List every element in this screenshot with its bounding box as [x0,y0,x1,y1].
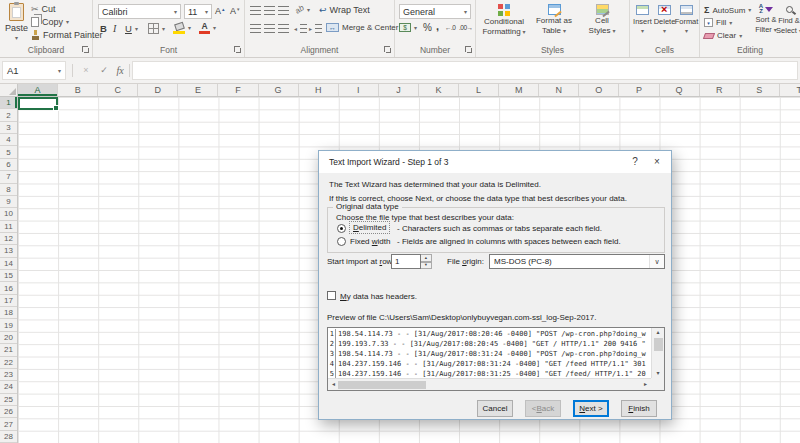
row-header-18[interactable]: 18 [0,307,17,319]
column-header-d[interactable]: D [138,84,178,96]
fill-color-button[interactable]: ▾ [173,22,191,34]
number-format-dropdown-icon[interactable]: ▾ [464,9,467,15]
comma-style-button[interactable]: , [436,22,439,30]
clipboard-dialog-launcher-icon[interactable] [82,46,89,53]
italic-button[interactable]: I [113,23,116,34]
format-as-table-button[interactable]: Format as Table▾ [531,0,577,44]
fill-dropdown-icon[interactable]: ▾ [729,20,732,26]
font-name-select[interactable]: Calibri ▾ [98,4,181,19]
next-button[interactable]: Next > [573,400,609,417]
accounting-format-button[interactable]: $ ▾ [399,23,417,32]
row-header-6[interactable]: 6 [0,159,17,171]
column-header-c[interactable]: C [98,84,138,96]
column-header-b[interactable]: B [58,84,98,96]
autosum-dropdown-icon[interactable]: ▾ [748,7,751,13]
row-header-22[interactable]: 22 [0,357,17,369]
delimited-radio-label[interactable]: Delimited [349,221,390,234]
font-size-dropdown-icon[interactable]: ▾ [205,9,208,15]
row-header-10[interactable]: 10 [0,208,17,220]
column-header-e[interactable]: E [178,84,218,96]
formula-input[interactable] [132,61,798,80]
preview-horizontal-scrollbar[interactable]: ◂ ▸ [328,378,651,390]
row-header-11[interactable]: 11 [0,221,17,233]
increase-indent-button[interactable]: ▸ [309,24,322,33]
column-header-o[interactable]: O [579,84,619,96]
enter-formula-icon[interactable]: ✓ [96,61,112,80]
delete-cells-button[interactable]: Delete ▾ [654,0,675,44]
column-header-j[interactable]: J [379,84,419,96]
my-data-has-headers-checkbox[interactable] [327,291,336,300]
select-all-corner[interactable] [0,84,18,97]
column-header-s[interactable]: S [740,84,780,96]
row-header-25[interactable]: 25 [0,394,17,406]
name-box-dropdown-icon[interactable]: ▾ [58,68,61,74]
row-header-28[interactable]: 28 [0,431,17,443]
bold-button[interactable]: B [100,23,107,34]
paste-button[interactable]: Paste ▾ [3,3,30,43]
row-header-20[interactable]: 20 [0,332,17,344]
row-header-1[interactable]: 1 [0,97,17,109]
name-box[interactable]: A1 ▾ [2,61,66,80]
insert-function-icon[interactable]: fx [112,61,128,80]
column-header-q[interactable]: Q [660,84,700,96]
file-origin-select[interactable]: MS-DOS (PC-8) ∨ [489,254,665,269]
column-header-l[interactable]: L [459,84,499,96]
scroll-up-icon[interactable]: ▴ [652,328,664,337]
cell-styles-button[interactable]: Cell Styles▾ [579,0,625,44]
format-cells-button[interactable]: Format ▾ [676,0,697,44]
row-header-12[interactable]: 12 [0,233,17,245]
cancel-formula-icon[interactable]: × [78,61,94,80]
font-size-select[interactable]: 11 ▾ [184,4,212,19]
autosum-button[interactable]: Σ AutoSum ▾ [704,5,751,15]
preview-vertical-scrollbar[interactable]: ▴ ▾ [651,328,664,378]
row-header-17[interactable]: 17 [0,295,17,307]
row-header-24[interactable]: 24 [0,381,17,393]
row-header-21[interactable]: 21 [0,344,17,356]
finish-button[interactable]: Finish [621,400,657,417]
cell-styles-dropdown-icon[interactable]: ▾ [612,28,615,34]
format-dropdown-icon[interactable]: ▾ [685,28,688,34]
decrease-font-size-button[interactable]: A▾ [230,6,240,16]
bottom-align-button[interactable] [278,6,289,15]
increase-decimal-button[interactable]: ←.0 [445,24,455,31]
insert-cells-button[interactable]: Insert ▾ [632,0,653,44]
format-as-table-dropdown-icon[interactable]: ▾ [563,28,566,34]
font-color-button[interactable]: A ▾ [199,22,216,34]
scroll-down-icon[interactable]: ▾ [652,369,664,378]
back-button[interactable]: < Back [525,400,561,417]
column-header-i[interactable]: I [339,84,379,96]
merge-center-button[interactable]: ↔ Merge & Center ▾ [326,23,404,32]
borders-button[interactable]: ▾ [148,23,165,34]
dialog-titlebar[interactable]: Text Import Wizard - Step 1 of 3 ? × [319,151,671,173]
fixed-width-radio-label[interactable]: Fixed width [350,237,390,246]
row-header-19[interactable]: 19 [0,319,17,331]
row-header-3[interactable]: 3 [0,122,17,134]
horizontal-scrollbar-thumb[interactable] [338,381,426,389]
paste-dropdown-icon[interactable]: ▾ [15,35,18,41]
conditional-formatting-dropdown-icon[interactable]: ▾ [523,29,526,35]
delete-dropdown-icon[interactable]: ▾ [663,28,666,34]
find-select-button[interactable]: Find & Select▾ [778,0,800,44]
format-painter-button[interactable]: Format Painter [31,30,103,40]
borders-dropdown-icon[interactable]: ▾ [162,26,165,32]
start-row-spinner[interactable]: ▴ ▾ [421,254,432,269]
headers-checkbox-label[interactable]: My data has headers. [340,292,417,301]
fill-color-dropdown-icon[interactable]: ▾ [188,25,191,31]
column-header-k[interactable]: K [419,84,459,96]
row-header-26[interactable]: 26 [0,406,17,418]
clear-button[interactable]: Clear ▾ [704,31,742,40]
align-left-button[interactable] [250,24,261,33]
selected-cell-a1[interactable] [18,97,58,110]
decrease-decimal-button[interactable]: .00→ [459,24,473,31]
number-dialog-launcher-icon[interactable] [465,46,472,53]
row-header-8[interactable]: 8 [0,184,17,196]
row-header-7[interactable]: 7 [0,171,17,183]
percent-style-button[interactable]: % [423,22,432,33]
column-header-a[interactable]: A [18,84,58,96]
row-header-4[interactable]: 4 [0,134,17,146]
row-header-27[interactable]: 27 [0,418,17,430]
align-right-button[interactable] [278,24,289,33]
increase-font-size-button[interactable]: A▴ [215,6,225,16]
underline-button[interactable]: U ▾ [125,23,138,34]
wrap-text-button[interactable]: ↩ Wrap Text [319,5,370,15]
